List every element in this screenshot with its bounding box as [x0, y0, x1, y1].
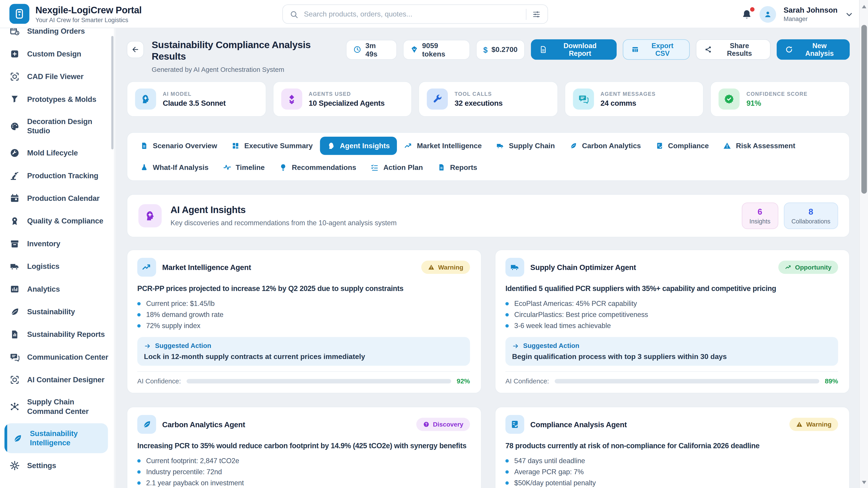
- scrollbar-thumb[interactable]: [862, 25, 867, 194]
- agent-cards-grid: Market Intelligence Agent Warning PCR-PP…: [127, 250, 850, 488]
- sidebar-item-supply-chain-command-center[interactable]: Supply Chain Command Center: [0, 391, 114, 422]
- export-csv-button[interactable]: Export CSV: [623, 39, 690, 60]
- back-button[interactable]: [127, 41, 144, 58]
- tab-carbon-analytics[interactable]: Carbon Analytics: [562, 137, 648, 155]
- status-badge-discovery: Discovery: [416, 418, 470, 431]
- avatar[interactable]: [760, 6, 776, 22]
- arrow-left-icon: [131, 45, 140, 54]
- funnel-icon: [9, 94, 20, 105]
- tab-market-intelligence[interactable]: Market Intelligence: [397, 137, 489, 155]
- head-gear-icon: [140, 94, 151, 105]
- bullet-dot: [137, 302, 141, 305]
- sidebar-item-standing-orders[interactable]: Standing Orders: [0, 28, 114, 43]
- global-search: [282, 4, 548, 24]
- sidebar-item-analytics[interactable]: Analytics: [0, 278, 114, 300]
- meta-3m-49s: 3m 49s: [346, 39, 397, 59]
- tab-compliance[interactable]: Compliance: [648, 137, 716, 155]
- notifications-button[interactable]: [741, 8, 752, 20]
- activity-icon: [223, 163, 231, 171]
- agent-card-supply-chain-optimizer-agent: Supply Chain Optimizer Agent Opportunity…: [495, 250, 850, 393]
- sidebar-item-inventory[interactable]: Inventory: [0, 232, 114, 255]
- tab-supply-chain[interactable]: Supply Chain: [489, 137, 562, 155]
- sidebar-item-ai-container-designer[interactable]: AI Container Designer: [0, 368, 114, 391]
- insight-bullet: 18% demand growth rate: [137, 309, 470, 320]
- stat-card-ai-model: AI MODELClaude 3.5 Sonnet: [127, 81, 266, 117]
- checklist-icon: [371, 163, 379, 171]
- tab-recommendations[interactable]: Recommendations: [272, 158, 364, 176]
- gear-icon: [9, 460, 20, 471]
- lightbulb-icon: [279, 163, 287, 171]
- arrow-right-icon: [512, 342, 519, 350]
- sidebar-item-settings[interactable]: Settings: [0, 454, 114, 477]
- network-icon: [9, 401, 20, 412]
- trend-up-icon: [404, 142, 412, 150]
- agent-card-carbon-analytics-agent: Carbon Analytics Agent Discovery Increas…: [127, 407, 482, 488]
- sidebar-item-decoration-design-studio[interactable]: Decoration Design Studio: [0, 111, 114, 142]
- confidence-row: AI Confidence: 92%: [137, 371, 470, 385]
- sidebar-item-logistics[interactable]: Logistics: [0, 255, 114, 278]
- filter-sliders-icon[interactable]: [532, 10, 541, 19]
- confidence-bar: [186, 379, 451, 384]
- suggested-action-text: Begin qualification process with top 3 s…: [512, 352, 831, 361]
- insight-bullet: Current footprint: 2,847 tCO2e: [137, 455, 470, 466]
- chevron-down-icon[interactable]: [845, 10, 854, 19]
- tune-icon: [532, 10, 541, 19]
- user-info[interactable]: Sarah Johnson Manager: [783, 6, 837, 22]
- wrench-icon: [432, 94, 443, 105]
- confidence-value: 92%: [457, 377, 470, 385]
- notification-dot: [750, 7, 755, 11]
- agent-card-compliance-analysis-agent: Compliance Analysis Agent Warning 78 pro…: [495, 407, 850, 488]
- share-results-button[interactable]: Share Results: [696, 39, 771, 60]
- user-name: Sarah Johnson: [783, 6, 837, 14]
- tab-risk-assessment[interactable]: Risk Assessment: [716, 137, 803, 155]
- truck-icon: [9, 261, 20, 272]
- sidebar-item-production-calendar[interactable]: Production Calendar: [0, 187, 114, 210]
- sidebar-item-custom-design[interactable]: Custom Design: [0, 43, 114, 65]
- search-input[interactable]: [298, 10, 526, 18]
- section-title: AI Agent Insights: [170, 205, 397, 216]
- brand[interactable]: Nexgile-LogiCrew Portal Your AI Crew for…: [9, 4, 142, 24]
- download-report-button[interactable]: Download Report: [531, 39, 617, 60]
- bar-chart-icon: [9, 284, 20, 294]
- header-actions: 3m 49s9059 tokens$$0.2700Download Report…: [346, 39, 850, 60]
- confidence-row: AI Confidence: 89%: [505, 371, 838, 385]
- tab-timeline[interactable]: Timeline: [216, 158, 272, 176]
- bullet-dot: [137, 482, 141, 485]
- arrow-right-icon: [144, 342, 151, 350]
- search-divider: [526, 8, 526, 20]
- sidebar-item-cad-file-viewer[interactable]: CAD File Viewer: [0, 65, 114, 88]
- tab-executive-summary[interactable]: Executive Summary: [224, 137, 320, 155]
- agent-bullets: 547 days until deadlineAverage PCR gap: …: [505, 455, 838, 488]
- suggested-action-label: Suggested Action: [523, 342, 579, 350]
- sidebar-item-communication-center[interactable]: Communication Center: [0, 346, 114, 368]
- tab-agent-insights[interactable]: Agent Insights: [320, 137, 397, 155]
- sidebar-item-mold-lifecycle[interactable]: Mold Lifecycle: [0, 142, 114, 164]
- scroll-down-arrow[interactable]: [862, 481, 866, 484]
- page-title: Sustainability Compliance Analysis Resul…: [152, 39, 346, 63]
- tab-scenario-overview[interactable]: Scenario Overview: [133, 137, 224, 155]
- bullet-dot: [505, 459, 509, 463]
- page-subtitle: Generated by AI Agent Orchestration Syst…: [152, 66, 346, 73]
- sidebar-item-sustainability-intelligence[interactable]: Sustainability Intelligence: [4, 423, 108, 453]
- ai-head-icon: [138, 204, 162, 228]
- new-analysis-button[interactable]: New Analysis: [777, 39, 850, 60]
- status-badge-warning: Warning: [789, 418, 838, 431]
- file-text-icon: [140, 142, 149, 150]
- head-gear-icon: [327, 142, 336, 150]
- leaf-icon: [9, 306, 20, 317]
- robot-arm-icon: [9, 170, 20, 181]
- tab-reports[interactable]: Reports: [430, 158, 485, 176]
- tab-what-if-analysis[interactable]: What-If Analysis: [133, 158, 216, 176]
- insight-bullet: EcoPlast Americas: 45% PCR capability: [505, 298, 838, 309]
- tabs-bar: Scenario OverviewExecutive SummaryAgent …: [127, 132, 850, 181]
- tab-action-plan[interactable]: Action Plan: [364, 158, 430, 176]
- sidebar-item-sustainability-reports[interactable]: Sustainability Reports: [0, 323, 114, 346]
- scroll-up-arrow[interactable]: [862, 5, 866, 8]
- sidebar-scrollbar-thumb[interactable]: [111, 36, 114, 149]
- badge-check-icon: [724, 94, 735, 105]
- window-scrollbar[interactable]: [859, 0, 868, 488]
- sidebar-item-quality-compliance[interactable]: Quality & Compliance: [0, 210, 114, 232]
- sidebar-item-prototypes-molds[interactable]: Prototypes & Molds: [0, 88, 114, 110]
- sidebar-item-production-tracking[interactable]: Production Tracking: [0, 164, 114, 187]
- sidebar-item-sustainability[interactable]: Sustainability: [0, 300, 114, 323]
